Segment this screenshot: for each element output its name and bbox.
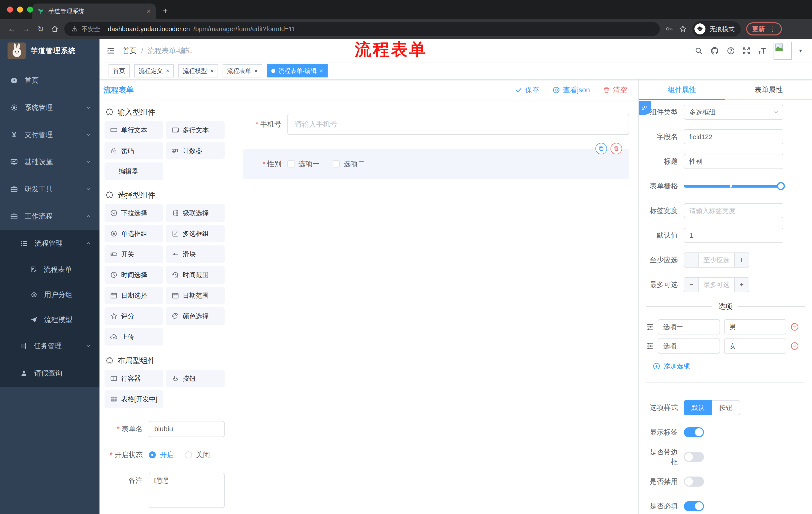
style-default-button[interactable]: 默认 <box>684 400 712 415</box>
avatar[interactable] <box>774 42 792 60</box>
palette-item-checkbox-group[interactable]: 多选框组 <box>166 225 225 242</box>
palette-item-radio-group[interactable]: 单选框组 <box>105 225 163 242</box>
label-width-input[interactable] <box>684 203 783 218</box>
tag-process-form-edit[interactable]: 流程表单-编辑 × <box>267 64 328 77</box>
sidebar-item-payment[interactable]: ¥ 支付管理 <box>0 121 99 148</box>
close-icon[interactable]: × <box>210 67 213 75</box>
sidebar-item-process-mgmt[interactable]: 流程管理 <box>0 230 99 257</box>
bookmark-star-icon[interactable] <box>679 25 687 33</box>
gender-option-2[interactable]: 选项二 <box>332 159 365 169</box>
new-tab-button[interactable]: + <box>163 6 168 16</box>
field-name-input[interactable] <box>684 129 783 144</box>
status-off-radio[interactable]: 关闭 <box>185 450 210 460</box>
palette-item-button[interactable]: 按钮 <box>166 370 225 387</box>
palette-item-editor[interactable]: 编辑器 <box>105 162 163 180</box>
default-value-input[interactable] <box>684 228 783 243</box>
password-key-icon[interactable] <box>665 25 673 33</box>
fullscreen-icon[interactable] <box>743 47 750 55</box>
sidebar-item-workflow[interactable]: 工作流程 <box>0 203 99 230</box>
add-option-button[interactable]: 添加选项 <box>653 361 812 371</box>
option-value-input[interactable] <box>724 319 786 334</box>
browser-tab[interactable]: 芋道管理系统 × <box>32 3 156 19</box>
palette-item-upload[interactable]: 上传 <box>105 328 163 346</box>
drag-handle-icon[interactable] <box>646 342 654 350</box>
min-select-stepper[interactable]: − 至少应选 + <box>684 252 749 268</box>
title-input[interactable] <box>684 154 783 169</box>
back-icon[interactable]: ← <box>7 25 16 33</box>
clear-button[interactable]: 清空 <box>603 85 627 95</box>
component-type-select[interactable]: 多选框组 <box>684 105 783 120</box>
option-value-input[interactable] <box>724 339 786 354</box>
url-bar[interactable]: 不安全 dashboard.yudao.iocoder.cn/bpm/manag… <box>64 22 660 36</box>
help-icon[interactable] <box>727 47 735 55</box>
form-grid-slider[interactable] <box>684 182 783 190</box>
sidebar-item-home[interactable]: 首页 <box>0 67 99 94</box>
sidebar-item-task-mgmt[interactable]: 任务管理 <box>0 332 99 360</box>
palette-item-slider[interactable]: 滑块 <box>166 245 225 263</box>
tag-home[interactable]: 首页 <box>109 64 129 77</box>
tag-process-form[interactable]: 流程表单 × <box>223 64 262 77</box>
phone-input[interactable] <box>287 114 629 135</box>
sidebar-item-infra[interactable]: 基础设施 <box>0 148 99 175</box>
remove-option-button[interactable] <box>790 342 799 350</box>
sidebar-item-process-model[interactable]: 流程模型 <box>0 307 99 332</box>
sidebar-item-devtools[interactable]: 研发工具 <box>0 175 99 203</box>
close-icon[interactable]: × <box>320 67 323 75</box>
bordered-toggle[interactable] <box>684 452 704 462</box>
form-canvas[interactable]: 手机号 <box>230 101 638 514</box>
required-toggle[interactable] <box>684 501 704 511</box>
palette-item-single-line-text[interactable]: 单行文本 <box>105 121 163 139</box>
option-label-input[interactable] <box>658 339 720 354</box>
show-label-toggle[interactable] <box>684 427 704 437</box>
palette-item-select[interactable]: 下拉选择 <box>105 204 163 222</box>
zoom-window-button[interactable] <box>27 6 33 12</box>
home-icon[interactable] <box>51 25 59 33</box>
palette-item-row-container[interactable]: 行容器 <box>105 370 163 387</box>
palette-item-color-picker[interactable]: 颜色选择 <box>166 307 225 325</box>
palette-item-counter[interactable]: 123 计数器 <box>166 142 225 159</box>
form-name-input[interactable] <box>149 421 225 437</box>
copy-component-button[interactable] <box>596 143 607 154</box>
palette-item-table[interactable]: 表格[开发中] <box>105 390 163 408</box>
decrease-button[interactable]: − <box>685 278 699 292</box>
decrease-button[interactable]: − <box>685 253 699 267</box>
github-icon[interactable] <box>710 46 719 55</box>
palette-item-date-range[interactable]: 日期范围 <box>166 287 225 304</box>
remove-option-button[interactable] <box>790 323 799 331</box>
palette-item-textarea[interactable]: 多行文本 <box>166 121 225 139</box>
slider-thumb[interactable] <box>777 182 785 190</box>
sidebar-item-leave-query[interactable]: 请假查询 <box>0 360 99 387</box>
max-select-value[interactable]: 最多可选 <box>699 278 734 292</box>
status-on-radio[interactable]: 开启 <box>149 450 174 460</box>
save-button[interactable]: 保存 <box>515 85 540 95</box>
phone-field-row[interactable]: 手机号 <box>237 114 629 135</box>
collapse-sidebar-icon[interactable] <box>107 47 115 55</box>
sidebar-item-user-group[interactable]: 用户分组 <box>0 282 99 307</box>
palette-item-time-picker[interactable]: 时间选择 <box>105 266 163 283</box>
palette-item-date-picker[interactable]: 日期选择 <box>105 287 163 304</box>
drag-handle-icon[interactable] <box>646 323 654 331</box>
gender-option-1[interactable]: 选项一 <box>287 159 320 169</box>
font-size-icon[interactable]: TT <box>758 46 766 56</box>
tab-form-props[interactable]: 表单属性 <box>725 79 812 100</box>
checkbox-icon[interactable] <box>332 160 340 167</box>
sidebar-item-system[interactable]: 系统管理 <box>0 94 99 121</box>
close-window-button[interactable] <box>7 6 13 12</box>
increase-button[interactable]: + <box>734 278 749 292</box>
minimize-window-button[interactable] <box>17 6 23 12</box>
tab-close-icon[interactable]: × <box>147 7 151 15</box>
tab-component-props[interactable]: 组件属性 <box>639 79 725 100</box>
tag-process-definition[interactable]: 流程定义 × <box>134 64 174 77</box>
link-anchor-tab[interactable] <box>638 101 651 115</box>
close-icon[interactable]: × <box>254 67 258 75</box>
palette-item-rate[interactable]: 评分 <box>105 307 163 325</box>
close-icon[interactable]: × <box>166 67 169 75</box>
increase-button[interactable]: + <box>734 253 749 267</box>
palette-item-time-range[interactable]: 时间范围 <box>166 266 225 283</box>
avatar-caret-icon[interactable]: ▾ <box>799 48 802 54</box>
delete-component-button[interactable] <box>610 143 622 154</box>
form-remark-textarea[interactable]: 嘿嘿 <box>149 473 225 508</box>
browser-menu-icon[interactable]: ⋮ <box>769 25 776 33</box>
min-select-value[interactable]: 至少应选 <box>699 253 734 267</box>
style-button-button[interactable]: 按钮 <box>712 400 740 415</box>
